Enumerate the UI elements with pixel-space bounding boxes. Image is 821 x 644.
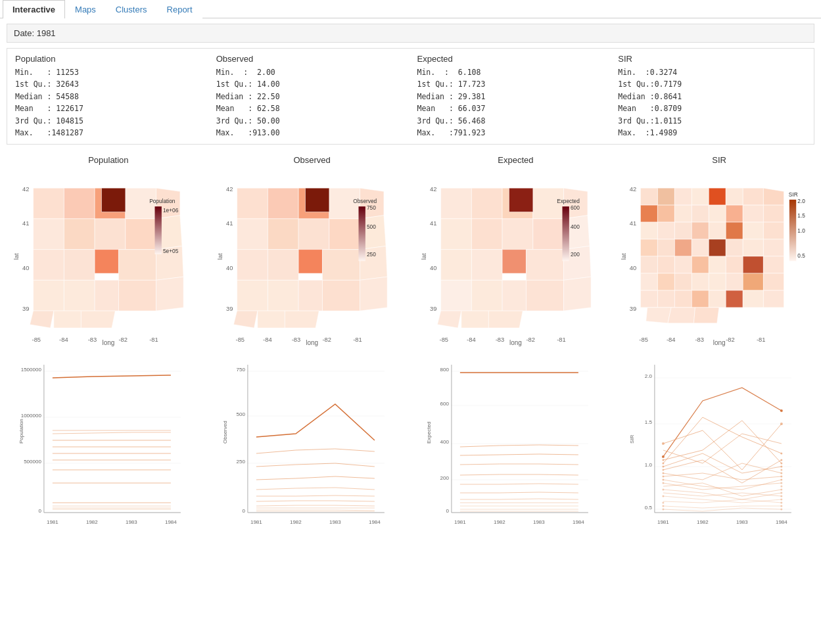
svg-text:-81: -81	[557, 336, 565, 343]
chart-population: 1500000 1000000 500000 0 Population 1981…	[7, 358, 210, 529]
map-sir: SIR 42 41 40 39 -85 -84 -83 -82 -81 lat	[617, 155, 821, 345]
svg-text:1984: 1984	[776, 519, 787, 525]
stats-expected-header: Expected	[417, 54, 605, 64]
svg-marker-169	[692, 273, 709, 290]
tab-clusters[interactable]: Clusters	[106, 0, 157, 18]
svg-marker-179	[726, 290, 743, 308]
svg-marker-30	[156, 277, 184, 311]
svg-marker-134	[641, 205, 658, 222]
svg-marker-96	[532, 219, 563, 250]
chart-expected-svg: 800 600 400 200 0 Expected 1981 1982 198…	[414, 358, 618, 529]
svg-marker-60	[268, 250, 298, 281]
svg-point-253	[662, 455, 665, 458]
svg-text:400: 400	[440, 439, 449, 445]
svg-point-267	[781, 489, 783, 491]
svg-text:1982: 1982	[290, 519, 302, 525]
svg-text:500000: 500000	[24, 459, 41, 465]
svg-point-266	[781, 486, 783, 488]
svg-text:-84: -84	[263, 336, 271, 343]
svg-marker-149	[764, 222, 784, 239]
svg-point-264	[781, 479, 783, 481]
svg-text:-83: -83	[695, 336, 704, 343]
svg-text:lat: lat	[13, 253, 20, 260]
svg-text:-82: -82	[526, 336, 534, 343]
svg-text:lat: lat	[217, 253, 223, 260]
svg-marker-164	[743, 256, 763, 273]
stats-sir-header: SIR	[618, 54, 806, 64]
tab-report[interactable]: Report	[157, 0, 202, 18]
svg-rect-35	[154, 207, 161, 255]
svg-marker-22	[64, 250, 95, 281]
svg-marker-163	[726, 256, 743, 273]
stats-population-rows: Min. : 11253 1st Qu.: 32643 Median : 545…	[15, 66, 203, 139]
svg-text:5e+05: 5e+05	[163, 248, 179, 254]
svg-text:1981: 1981	[454, 519, 465, 525]
svg-marker-131	[726, 188, 743, 205]
svg-marker-177	[692, 290, 709, 308]
svg-marker-130	[709, 188, 726, 205]
svg-marker-67	[322, 281, 360, 311]
svg-marker-21	[34, 250, 64, 281]
svg-text:0: 0	[242, 508, 245, 514]
svg-marker-109	[461, 311, 488, 328]
svg-point-269	[781, 495, 783, 497]
svg-text:250: 250	[236, 459, 245, 465]
svg-text:1.0: 1.0	[645, 462, 653, 468]
svg-text:41: 41	[22, 221, 29, 227]
svg-marker-104	[471, 281, 502, 311]
svg-text:-84: -84	[667, 336, 675, 343]
svg-marker-180	[743, 290, 763, 308]
svg-text:1500000: 1500000	[21, 367, 42, 373]
svg-text:41: 41	[226, 221, 233, 227]
svg-point-256	[780, 423, 783, 425]
svg-marker-32	[54, 311, 82, 328]
svg-text:-84: -84	[59, 336, 68, 343]
svg-text:750: 750	[236, 367, 245, 373]
svg-marker-17	[64, 219, 95, 250]
svg-text:1983: 1983	[532, 519, 544, 525]
svg-marker-165	[764, 256, 784, 273]
stats-grid: Population Min. : 11253 1st Qu.: 32643 M…	[15, 54, 806, 139]
svg-point-265	[781, 482, 783, 484]
tab-maps[interactable]: Maps	[65, 0, 106, 18]
tab-bar: Interactive Maps Clusters Report	[0, 0, 821, 18]
svg-marker-145	[692, 222, 709, 239]
map-population-wrap: 42 41 40 39 -85 -84 -83 -82 -81 lat	[7, 168, 210, 345]
svg-rect-112	[562, 207, 569, 262]
svg-marker-166	[641, 273, 658, 290]
svg-marker-157	[764, 239, 784, 256]
svg-point-273	[781, 509, 783, 511]
chart-sir: 2.0 1.5 1.0 0.5 SIR 1981 1982 1983 1984	[617, 358, 821, 529]
svg-point-254	[780, 409, 783, 412]
map-sir-title: SIR	[617, 155, 821, 165]
svg-text:40: 40	[22, 265, 29, 271]
svg-marker-148	[743, 222, 763, 239]
svg-marker-95	[502, 219, 533, 250]
map-observed-svg: 42 41 40 39 -85 -84 -83 -82 -81 lat	[210, 168, 414, 345]
svg-marker-59	[237, 250, 268, 281]
svg-text:-85: -85	[640, 336, 648, 343]
svg-text:-85: -85	[235, 336, 244, 343]
svg-marker-62	[322, 250, 360, 281]
svg-marker-175	[658, 290, 675, 308]
svg-marker-64	[237, 281, 268, 311]
svg-marker-156	[743, 239, 763, 256]
svg-marker-18	[95, 219, 126, 250]
map-expected-svg: 42 41 40 39 -85 -84 -83 -82 -81 lat	[414, 168, 618, 345]
svg-text:1984: 1984	[165, 519, 177, 525]
svg-text:800: 800	[440, 367, 449, 373]
tab-interactive[interactable]: Interactive	[3, 0, 65, 18]
svg-text:-82: -82	[726, 336, 735, 343]
svg-marker-106	[526, 281, 563, 311]
svg-rect-186	[789, 200, 796, 261]
svg-marker-167	[658, 273, 675, 290]
stats-expected: Expected Min. : 6.108 1st Qu.: 17.723 Me…	[417, 54, 605, 139]
svg-marker-93	[440, 219, 471, 250]
stats-sir: SIR Min. :0.3274 1st Qu.:0.7179 Median :…	[618, 54, 806, 139]
svg-marker-49	[268, 188, 298, 219]
stats-population-header: Population	[15, 54, 203, 64]
svg-point-280	[663, 479, 665, 481]
svg-marker-61	[298, 250, 322, 273]
svg-marker-71	[285, 311, 319, 328]
svg-text:-84: -84	[467, 336, 475, 343]
